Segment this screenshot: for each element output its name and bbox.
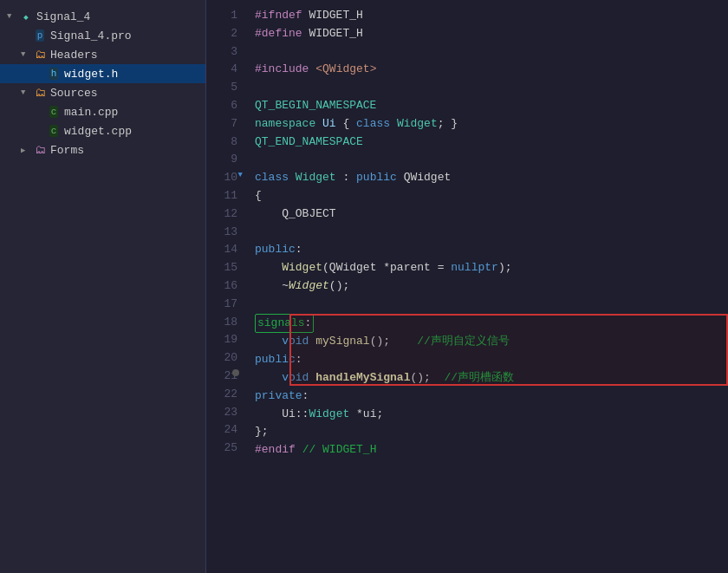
sidebar-item-forms[interactable]: ▶ 🗂 Forms	[0, 140, 205, 160]
ln-14: 14	[206, 241, 237, 259]
code-line-14: public:	[255, 241, 728, 259]
ln-24: 24	[206, 421, 237, 440]
ln-18: 18	[206, 314, 237, 332]
sidebar-item-pro[interactable]: ▶ p Signal_4.pro	[0, 26, 205, 45]
headers-folder-icon: 🗂	[33, 48, 47, 62]
signals-box: signals:	[255, 314, 314, 334]
code-line-6: QT_BEGIN_NAMESPACE	[255, 97, 728, 115]
sidebar-item-sources[interactable]: ▼ 🗂 Sources	[0, 83, 205, 102]
ln-2: 2	[206, 25, 237, 43]
ln-23: 23	[206, 404, 237, 422]
ln-3: 3	[206, 43, 237, 62]
ln-25: 25	[206, 440, 237, 458]
pro-file-label: Signal_4.pro	[50, 29, 132, 42]
code-line-24: };	[255, 423, 728, 441]
ln-9: 9	[206, 151, 237, 169]
code-area[interactable]: #ifndef WIDGET_H #define WIDGET_H #inclu…	[248, 0, 728, 573]
editor-pane: 1 2 3 4 5 6 7 8 9 10 ▼ 11 12 13 14 15 16…	[206, 0, 728, 573]
code-line-4: #include <QWidget>	[255, 61, 728, 79]
code-line-23: Ui::Widget *ui;	[255, 406, 728, 424]
ln-22: 22	[206, 386, 237, 404]
project-icon: ⬥	[19, 10, 33, 23]
ln-21: 21	[206, 368, 237, 386]
code-line-18: signals:	[255, 314, 728, 334]
code-line-13	[255, 224, 728, 242]
code-line-25: #endif // WIDGET_H	[255, 441, 728, 459]
code-line-10: class Widget : public QWidget	[255, 169, 728, 187]
code-line-5	[255, 79, 728, 97]
ln-16: 16	[206, 277, 237, 296]
cpp-file-icon-main: c	[47, 105, 61, 119]
code-line-8: QT_END_NAMESPACE	[255, 133, 728, 152]
sidebar-item-widget-h[interactable]: ▶ h widget.h	[0, 64, 205, 83]
ln-12: 12	[206, 205, 237, 224]
ln-15: 15	[206, 259, 237, 277]
line-numbers: 1 2 3 4 5 6 7 8 9 10 ▼ 11 12 13 14 15 16…	[206, 0, 248, 573]
ln-1: 1	[206, 7, 237, 25]
code-line-11: {	[255, 187, 728, 205]
arrow-sources: ▼	[21, 88, 31, 97]
code-line-9	[255, 151, 728, 169]
headers-label: Headers	[50, 49, 98, 62]
code-line-1: #ifndef WIDGET_H	[255, 7, 728, 25]
sidebar: ▼ ⬥ Signal_4 ▶ p Signal_4.pro ▼ 🗂 Header…	[0, 0, 206, 573]
ln-20: 20	[206, 349, 237, 368]
ln-7: 7	[206, 115, 237, 133]
code-line-15: Widget(QWidget *parent = nullptr);	[255, 259, 728, 277]
ln-19: 19	[206, 331, 237, 349]
code-line-21: void handleMySignal(); //声明槽函数	[255, 369, 728, 387]
arrow-headers: ▼	[21, 50, 31, 59]
arrow-project: ▼	[7, 12, 17, 21]
sidebar-item-project[interactable]: ▼ ⬥ Signal_4	[0, 7, 205, 26]
pro-file-icon: p	[33, 29, 47, 42]
ln-4: 4	[206, 61, 237, 79]
arrow-forms: ▶	[21, 146, 31, 155]
cpp-file-icon-widget: c	[47, 124, 61, 138]
sidebar-item-headers[interactable]: ▼ 🗂 Headers	[0, 45, 205, 64]
code-line-2: #define WIDGET_H	[255, 25, 728, 43]
ln-8: 8	[206, 133, 237, 152]
code-line-7: namespace Ui { class Widget; }	[255, 115, 728, 133]
sidebar-item-main-cpp[interactable]: ▶ c main.cpp	[0, 102, 205, 121]
code-line-3	[255, 43, 728, 62]
project-label: Signal_4	[36, 10, 90, 23]
editor-content: 1 2 3 4 5 6 7 8 9 10 ▼ 11 12 13 14 15 16…	[206, 0, 728, 573]
forms-folder-icon: 🗂	[33, 143, 47, 157]
sources-label: Sources	[50, 87, 98, 100]
ln-6: 6	[206, 97, 237, 115]
code-line-17	[255, 296, 728, 314]
code-line-19: void mySignal(); //声明自定义信号	[255, 333, 728, 351]
widget-cpp-label: widget.cpp	[64, 125, 132, 138]
sources-folder-icon: 🗂	[33, 86, 47, 100]
ln-5: 5	[206, 79, 237, 97]
code-line-22: private:	[255, 387, 728, 406]
code-line-12: Q_OBJECT	[255, 205, 728, 224]
ln-11: 11	[206, 187, 237, 205]
widget-h-label: widget.h	[64, 68, 118, 81]
code-line-16: ~Widget();	[255, 277, 728, 296]
ln-13: 13	[206, 224, 237, 242]
ln-10: 10 ▼	[206, 169, 237, 187]
h-file-icon: h	[47, 67, 61, 81]
main-cpp-label: main.cpp	[64, 106, 118, 119]
ln-17: 17	[206, 296, 237, 314]
sidebar-item-widget-cpp[interactable]: ▶ c widget.cpp	[0, 121, 205, 140]
forms-label: Forms	[50, 144, 84, 157]
code-line-20: public:	[255, 351, 728, 369]
